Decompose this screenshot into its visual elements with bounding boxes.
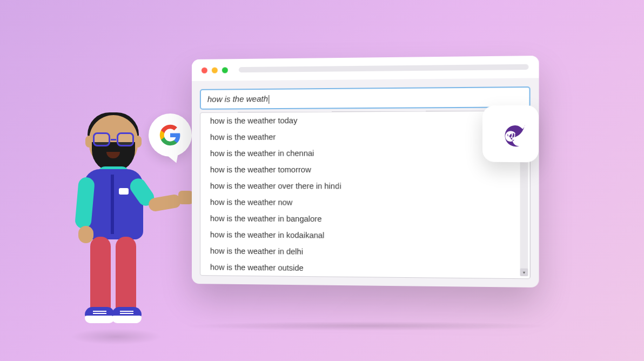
google-icon xyxy=(159,124,182,146)
blazor-icon: @ xyxy=(492,115,529,152)
browser-titlebar xyxy=(192,56,539,81)
minimize-icon[interactable] xyxy=(212,67,218,73)
autocomplete-dropdown: how is the weather today how is the weat… xyxy=(200,110,531,279)
suggestion-item[interactable]: how is the weather over there in hindi xyxy=(200,178,530,195)
browser-shadow xyxy=(172,322,562,331)
suggestion-item[interactable]: how is the weather in bangalore xyxy=(200,210,530,228)
suggestion-item[interactable]: how is the weather tomorrow xyxy=(200,161,530,178)
suggestion-item[interactable]: how is the weather in chennai xyxy=(200,144,530,162)
scrollbar-down-icon[interactable]: ▾ xyxy=(520,269,528,277)
url-bar[interactable] xyxy=(239,64,529,72)
svg-text:@: @ xyxy=(505,129,515,141)
browser-window: how is the weath how is the weather toda… xyxy=(192,56,539,288)
character-illustration xyxy=(65,115,162,342)
suggestion-item[interactable]: how is the weather today xyxy=(200,111,530,129)
suggestion-item[interactable]: how is the weather xyxy=(200,128,530,145)
close-icon[interactable] xyxy=(202,67,207,73)
search-input[interactable]: how is the weath xyxy=(200,86,531,110)
google-speech-bubble xyxy=(149,113,192,157)
suggestion-item[interactable]: how is the weather outside xyxy=(200,259,530,278)
suggestion-item[interactable]: how is the weather now xyxy=(200,194,530,211)
blazor-badge: @ xyxy=(482,105,539,163)
suggestion-item[interactable]: how is the weather in kodaikanal xyxy=(200,226,530,245)
maximize-icon[interactable] xyxy=(222,67,228,73)
